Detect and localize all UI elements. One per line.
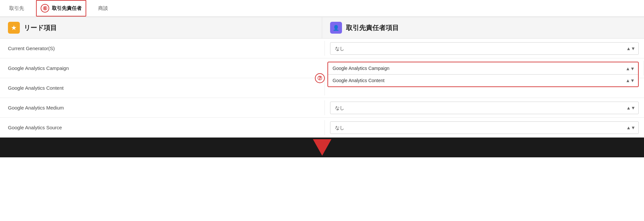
select-medium[interactable]: なし	[330, 102, 639, 114]
row-label-google-analytics-source: Google Analytics Source	[0, 120, 325, 135]
lead-section-title: リード項目	[24, 23, 57, 32]
select-current-generator[interactable]: なし	[330, 42, 639, 55]
tab-torihikisaki-label: 取引先	[9, 5, 24, 12]
mapping-table: Current Generator(S) なし ▲▼ Google Analyt…	[0, 39, 644, 138]
row-google-analytics-medium: Google Analytics Medium なし ▲▼	[0, 98, 644, 118]
section-header-right: 👤 取引先責任者項目	[322, 17, 644, 38]
tab-shogan[interactable]: 商談	[97, 0, 109, 16]
select-wrapper-current-generator: なし ▲▼	[330, 42, 639, 55]
select-source[interactable]: なし	[330, 121, 639, 134]
row-right-google-analytics-source: なし ▲▼	[325, 118, 644, 137]
tab-badge-6: ⑥	[41, 4, 49, 13]
lead-icon: ★	[8, 22, 20, 34]
select-campaign[interactable]: Google Analytics Campaign なし	[328, 62, 638, 75]
section-header: ★ リード項目 👤 取引先責任者項目	[0, 17, 644, 39]
tab-torihikisaki-sekininsha-label: 取引先責任者	[52, 5, 82, 12]
section-header-left: ★ リード項目	[0, 17, 322, 38]
contact-icon: 👤	[330, 22, 342, 34]
arrow-down-indicator	[313, 139, 331, 156]
select-wrapper-source: なし ▲▼	[330, 121, 639, 134]
row-right-google-analytics-medium: なし ▲▼	[325, 98, 644, 117]
row-current-generator: Current Generator(S) なし ▲▼	[0, 39, 644, 58]
select-wrapper-medium: なし ▲▼	[330, 102, 639, 114]
row-label-google-analytics-content: Google Analytics Content	[0, 80, 325, 95]
annotation-badge-7: ⑦	[315, 73, 325, 83]
contact-section-title: 取引先責任者項目	[346, 23, 399, 32]
row-right-current-generator: なし ▲▼	[325, 39, 644, 58]
row-google-analytics-source: Google Analytics Source なし ▲▼	[0, 118, 644, 138]
row-google-analytics-campaign: Google Analytics Campaign ⑦ Google Analy…	[0, 58, 644, 78]
row-label-current-generator: Current Generator(S)	[0, 41, 325, 56]
row-label-google-analytics-medium: Google Analytics Medium	[0, 100, 325, 115]
tab-torihikisaki-sekininsha[interactable]: ⑥ 取引先責任者	[36, 0, 86, 16]
select-wrapper-campaign: Google Analytics Campaign なし ▲▼	[328, 62, 638, 75]
arrow-down-container	[0, 138, 644, 157]
tab-shogan-label: 商談	[98, 5, 108, 12]
tab-bar: 取引先 ⑥ 取引先責任者 商談	[0, 0, 644, 17]
tab-torihikisaki[interactable]: 取引先	[8, 0, 25, 16]
